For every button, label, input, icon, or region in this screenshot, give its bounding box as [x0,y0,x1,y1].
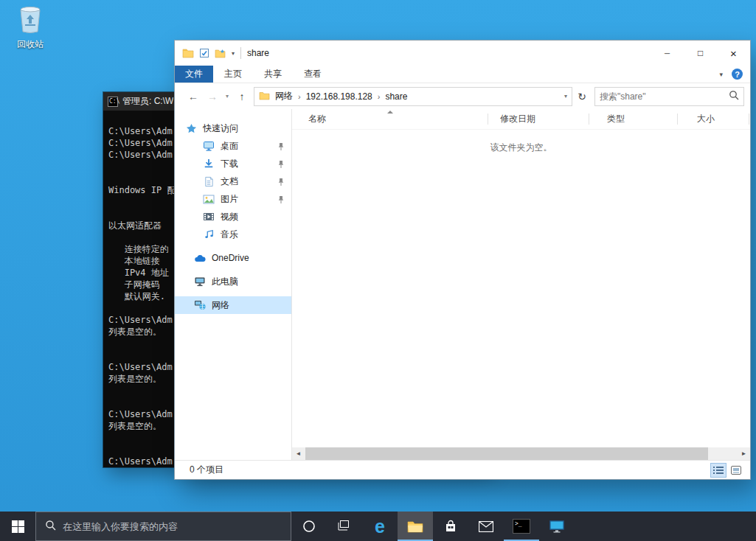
address-dropdown-chevron-icon[interactable]: ▾ [564,93,567,100]
search-input[interactable] [600,91,729,102]
ribbon-tab-strip: 文件 主页 共享 查看 ▾ ? [175,66,750,83]
column-header-size[interactable]: 大小 [678,109,749,129]
address-bar[interactable]: 网络 › 192.168.198.128 › share ▾ [254,87,572,106]
file-list-pane: 名称 修改日期 类型 大小 该文件夹为空。 ◄ [292,109,750,460]
sidebar-item-pictures[interactable]: 图片 [175,190,291,208]
sidebar-item-downloads[interactable]: 下载 [175,155,291,172]
up-button[interactable]: ↑ [232,91,252,102]
store-icon [444,520,457,533]
scrollbar-track[interactable] [305,447,738,460]
desktop: 回收站 C:\ 管理员: C:\W C:\Users\Adm C:\Users\… [0,0,756,541]
taskbar-app-button[interactable] [539,512,575,541]
sidebar-item-music[interactable]: 音乐 [175,226,291,243]
desktop-icon [203,140,215,152]
taskbar-search-box[interactable] [35,512,291,541]
explorer-titlebar[interactable]: ▾ share ─ □ × [175,41,750,66]
cmd-window-icon: C:\ [108,97,118,107]
breadcrumb-share[interactable]: share [385,91,407,102]
sidebar-item-this-pc[interactable]: 此电脑 [175,273,291,290]
sidebar-item-videos[interactable]: 视频 [175,208,291,226]
sidebar-item-onedrive[interactable]: OneDrive [175,249,291,267]
items-count: 0 个项目 [190,464,223,476]
downloads-icon [203,158,215,170]
pin-icon [277,178,285,188]
status-bar: 0 个项目 [175,460,750,479]
scroll-right-icon[interactable]: ► [738,447,750,460]
store-button[interactable] [433,512,468,541]
file-explorer-button[interactable] [398,512,433,541]
pin-icon [277,160,285,170]
qat-new-folder-icon[interactable] [215,49,226,58]
window-folder-icon[interactable] [182,48,194,58]
tab-view[interactable]: 查看 [293,66,333,83]
forward-button[interactable]: → [203,91,222,102]
qat-properties-icon[interactable] [199,48,209,58]
documents-icon [203,175,215,187]
window-title: share [247,48,269,58]
breadcrumb-network[interactable]: 网络 [275,90,293,102]
maximize-button[interactable]: □ [684,41,717,66]
taskbar-search-input[interactable] [63,521,282,532]
command-prompt-icon: >_ [513,519,530,534]
recent-locations-chevron-icon[interactable]: ▾ [222,93,232,100]
computer-icon [194,276,206,287]
sidebar-item-network[interactable]: 网络 [175,296,291,314]
edge-button[interactable]: e [362,512,398,541]
tab-home[interactable]: 主页 [213,66,253,83]
help-icon[interactable]: ? [732,69,743,80]
ribbon-expand-chevron-icon[interactable]: ▾ [719,71,723,78]
pictures-icon [203,193,215,205]
close-button[interactable]: × [717,41,750,66]
sidebar-item-label: 快速访问 [203,122,238,135]
mail-icon [479,521,493,532]
pin-icon [277,142,285,153]
music-icon [203,228,215,240]
horizontal-scrollbar[interactable]: ◄ ► [292,447,750,460]
tab-file[interactable]: 文件 [175,66,213,83]
pin-icon [277,195,285,206]
videos-icon [203,211,215,223]
column-header-date-modified[interactable]: 修改日期 [488,109,589,129]
large-icons-view-button[interactable] [728,463,744,478]
column-header-name[interactable]: 名称 [292,109,488,129]
sidebar-item-documents[interactable]: 文档 [175,172,291,190]
breadcrumb-host[interactable]: 192.168.198.128 [306,91,372,102]
monitor-app-icon [549,520,565,533]
refresh-button[interactable]: ↻ [572,91,592,102]
empty-folder-message: 该文件夹为空。 [292,142,750,154]
quick-access-star-icon [185,122,197,134]
start-button[interactable] [0,512,35,541]
explorer-window: ▾ share ─ □ × 文件 主页 共享 查看 ▾ ? ← → ▾ ↑ [175,41,750,479]
recycle-bin-icon [17,24,44,36]
network-icon [194,299,206,311]
sidebar-item-quick-access[interactable]: 快速访问 [175,119,291,137]
tab-share[interactable]: 共享 [253,66,293,83]
recycle-bin[interactable]: 回收站 [7,4,53,51]
task-view-button[interactable] [327,512,362,541]
scroll-left-icon[interactable]: ◄ [292,447,305,460]
taskbar: e >_ [0,512,756,541]
navigation-pane: 快速访问 桌面 [175,109,292,460]
task-view-icon [337,520,352,532]
command-prompt-button[interactable]: >_ [504,512,539,541]
onedrive-cloud-icon [194,252,206,264]
search-icon[interactable] [729,90,739,103]
details-view-button[interactable] [710,463,726,478]
address-bar-row: ← → ▾ ↑ 网络 › 192.168.198.128 › share ▾ ↻ [175,83,750,109]
sidebar-item-label: 音乐 [221,228,238,241]
taskbar-search-icon [45,520,56,534]
cortana-icon [302,520,316,533]
cmd-window-title: 管理员: C:\W [122,95,173,108]
cortana-button[interactable] [291,512,327,541]
back-button[interactable]: ← [184,91,203,102]
minimize-button[interactable]: ─ [651,41,684,66]
search-box[interactable] [594,87,744,106]
sidebar-item-label: OneDrive [212,253,249,263]
column-header-type[interactable]: 类型 [589,109,678,129]
mail-button[interactable] [468,512,504,541]
qat-customize-chevron-icon[interactable]: ▾ [232,50,235,57]
file-list-body[interactable] [292,154,750,447]
scrollbar-thumb[interactable] [305,447,708,460]
sidebar-item-label: 桌面 [221,140,238,153]
sidebar-item-desktop[interactable]: 桌面 [175,137,291,155]
